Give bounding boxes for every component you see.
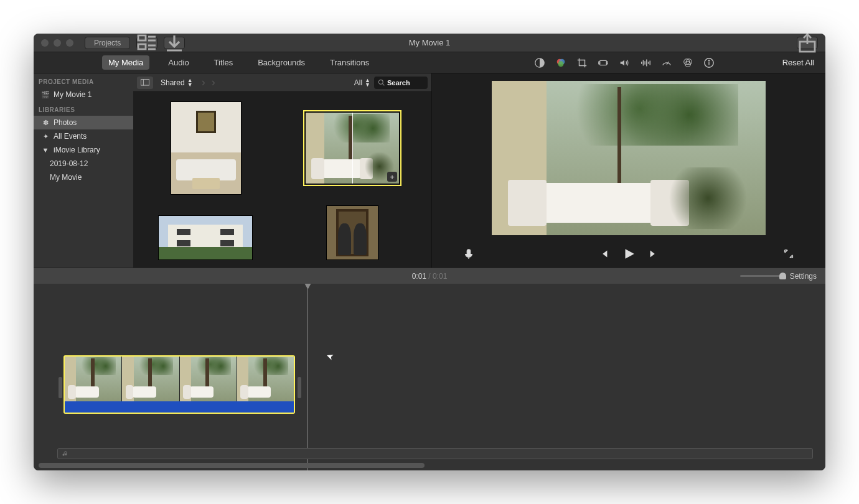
background-audio-track[interactable] <box>57 448 813 459</box>
filter-dropdown[interactable]: All ▲▼ <box>354 78 370 87</box>
svg-line-34 <box>383 84 385 86</box>
playhead[interactable] <box>307 284 308 470</box>
media-thumb-house[interactable] <box>158 215 253 260</box>
search-placeholder: Search <box>387 79 410 86</box>
library-list-view-button[interactable] <box>136 37 157 49</box>
disclosure-triangle-icon[interactable]: ▼ <box>41 146 50 154</box>
tab-my-media[interactable]: My Media <box>102 55 149 70</box>
sidebar-item-photos[interactable]: ✽ Photos <box>34 116 133 129</box>
add-to-timeline-icon[interactable]: + <box>387 172 397 182</box>
star-icon: ✦ <box>41 133 50 141</box>
clip-audio-band[interactable] <box>65 401 294 413</box>
svg-rect-17 <box>606 62 608 64</box>
updown-icon: ▲▼ <box>187 78 193 87</box>
sidebar-header-libraries: LIBRARIES <box>34 101 133 116</box>
prev-frame-button[interactable] <box>598 248 609 262</box>
sidebar-item-label: iMovie Library <box>54 146 100 154</box>
preview-viewer[interactable] <box>432 73 825 243</box>
reset-all-button[interactable]: Reset All <box>782 58 814 67</box>
media-thumb-garden[interactable]: + <box>305 112 400 184</box>
enhance-wand-icon[interactable] <box>444 57 466 69</box>
projects-button[interactable]: Projects <box>85 37 130 49</box>
path-dropdown[interactable]: Shared ▲▼ <box>157 78 197 87</box>
timeline-clip[interactable] <box>63 355 295 414</box>
zoom-icon[interactable] <box>66 39 73 47</box>
svg-point-14 <box>558 61 563 67</box>
timeline-scrollbar[interactable] <box>39 463 425 469</box>
music-note-icon <box>62 450 69 457</box>
svg-rect-16 <box>599 62 600 64</box>
sidebar-item-movie[interactable]: 🎬 My Movie 1 <box>34 88 133 101</box>
info-icon[interactable] <box>703 57 715 69</box>
thumbnail-grid[interactable]: + <box>133 92 431 268</box>
chevron-right-icon: › <box>200 76 207 89</box>
color-balance-icon[interactable] <box>533 57 546 69</box>
tab-transitions[interactable]: Transitions <box>324 55 375 70</box>
media-browser: Shared ▲▼ › › All ▲▼ Search <box>133 73 431 268</box>
main-area: PROJECT MEDIA 🎬 My Movie 1 LIBRARIES ✽ P… <box>34 73 825 268</box>
browser-pane: PROJECT MEDIA 🎬 My Movie 1 LIBRARIES ✽ P… <box>34 73 432 268</box>
fullscreen-button[interactable] <box>783 248 794 262</box>
media-thumb-people[interactable] <box>326 205 378 260</box>
sidebar-item-label: My Movie <box>50 173 82 182</box>
sidebar-item-label: 2019-08-12 <box>50 159 88 168</box>
voiceover-mic-icon[interactable] <box>463 248 474 262</box>
svg-point-33 <box>378 80 383 84</box>
viewer-pane <box>432 73 825 268</box>
photos-icon: ✽ <box>41 119 50 127</box>
play-button[interactable] <box>622 247 636 263</box>
window-controls <box>34 39 73 47</box>
clip-thumbnails <box>65 357 294 401</box>
noise-eq-icon[interactable] <box>639 57 652 69</box>
stabilization-icon[interactable] <box>597 57 609 69</box>
crop-icon[interactable] <box>576 57 588 69</box>
svg-rect-15 <box>599 60 606 65</box>
tab-backgrounds[interactable]: Backgrounds <box>251 55 311 70</box>
chevron-right-icon: › <box>210 76 217 89</box>
current-time: 0:01 <box>412 272 426 281</box>
color-correction-icon[interactable] <box>555 57 567 69</box>
sidebar-item-label: My Movie 1 <box>54 90 92 99</box>
speed-icon[interactable] <box>660 57 673 69</box>
sidebar-item-label: Photos <box>54 118 77 127</box>
updown-icon: ▲▼ <box>365 78 370 87</box>
close-icon[interactable] <box>41 39 49 47</box>
sidebar-item-event-date[interactable]: 2019-08-12 <box>34 157 133 170</box>
sidebar-item-my-movie[interactable]: My Movie <box>34 170 133 184</box>
adjust-toolbar: Reset All <box>432 57 825 69</box>
sidebar-item-label: All Events <box>54 132 87 141</box>
svg-rect-31 <box>141 80 149 86</box>
filters-icon[interactable] <box>682 57 694 69</box>
timeline[interactable]: ➤ <box>34 284 825 470</box>
toggle-sidebar-button[interactable] <box>137 77 153 89</box>
time-display-bar: 0:01 / 0:01 Settings <box>34 268 825 284</box>
svg-rect-0 <box>138 35 146 40</box>
browser-bar: Shared ▲▼ › › All ▲▼ Search <box>133 73 431 92</box>
svg-rect-1 <box>138 44 146 49</box>
clip-trim-handle-left[interactable] <box>59 377 62 398</box>
mouse-cursor-icon: ➤ <box>325 350 336 362</box>
media-thumb-room[interactable] <box>171 101 242 195</box>
zoom-slider[interactable] <box>740 275 784 277</box>
search-input[interactable]: Search <box>374 77 428 89</box>
imovie-window: Projects My Movie 1 My Media Audio Title… <box>34 34 825 470</box>
minimize-icon[interactable] <box>54 39 61 47</box>
tab-titles[interactable]: Titles <box>208 55 240 70</box>
toolbar-row: My Media Audio Titles Backgrounds Transi… <box>34 52 825 73</box>
svg-point-30 <box>708 60 709 60</box>
path-label: Shared <box>161 78 185 87</box>
next-frame-button[interactable] <box>648 248 659 262</box>
sidebar-header-project-media: PROJECT MEDIA <box>34 73 133 88</box>
share-button[interactable] <box>797 37 818 49</box>
clapper-icon: 🎬 <box>41 91 50 99</box>
tab-audio[interactable]: Audio <box>162 55 195 70</box>
zoom-knob[interactable] <box>779 273 786 279</box>
sidebar-item-all-events[interactable]: ✦ All Events <box>34 129 133 143</box>
sidebar: PROJECT MEDIA 🎬 My Movie 1 LIBRARIES ✽ P… <box>34 73 133 268</box>
preview-frame <box>492 81 766 235</box>
sidebar-item-imovie-library[interactable]: ▼ iMovie Library <box>34 143 133 157</box>
clip-trim-handle-right[interactable] <box>298 377 301 398</box>
settings-button[interactable]: Settings <box>790 272 817 281</box>
import-button[interactable] <box>164 37 185 49</box>
volume-icon[interactable] <box>618 57 631 69</box>
